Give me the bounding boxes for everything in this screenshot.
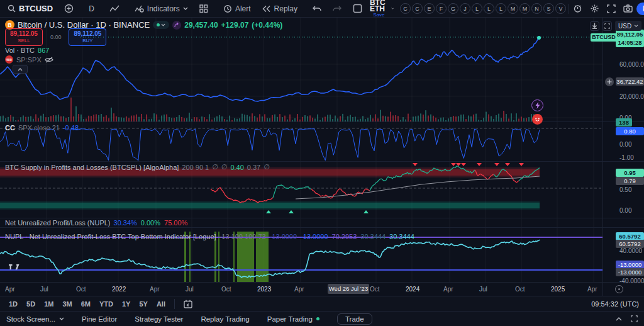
spx-legend[interactable]: 500 SP:SPX <box>5 55 53 64</box>
price-axis[interactable]: BTCUSD 89,112.05 14:05:28 36,722.42 60,0… <box>602 18 644 282</box>
jump-to-bar-button[interactable] <box>590 21 599 31</box>
interval-1y[interactable]: 1Y <box>118 299 134 309</box>
symbol-search-button[interactable]: BTCUSD <box>4 2 57 15</box>
interval-1d[interactable]: 1D <box>5 299 21 309</box>
axis-tick: 0.00 <box>619 141 631 148</box>
tab-trade[interactable]: Trade <box>337 313 372 325</box>
sell-price: 89,112.05 <box>10 30 38 37</box>
watchlist-tab-m[interactable]: M <box>508 3 518 14</box>
chart-canvas[interactable] <box>0 18 602 282</box>
interval-button[interactable]: D <box>85 3 98 15</box>
interval-6m[interactable]: 6M <box>77 299 94 309</box>
templates-button[interactable] <box>196 3 212 15</box>
crosshair-plus-icon[interactable] <box>605 77 614 86</box>
watchlist-tab-e[interactable]: E <box>424 3 435 14</box>
tab-strategy-tester[interactable]: Strategy Tester <box>135 315 183 323</box>
expand-pane-button[interactable] <box>602 21 612 31</box>
interval-ytd[interactable]: YTD <box>96 299 117 309</box>
axis-tick: 20,000.00 <box>619 93 644 100</box>
watchlist-tab-j[interactable]: J <box>460 3 470 14</box>
community-badge-icon[interactable] <box>532 114 543 125</box>
quick-share-button[interactable] <box>172 21 181 30</box>
top-toolbar: BTCUSD D Indicators Alert Replay <box>0 0 644 18</box>
interval-3m[interactable]: 3M <box>58 299 75 309</box>
watchlist-tab-v[interactable]: V <box>555 3 566 14</box>
currency-select[interactable]: USD <box>615 21 641 31</box>
watchlist-tab-l[interactable]: L <box>496 3 506 14</box>
alert-button[interactable]: Alert <box>219 3 255 15</box>
axis-value-tag: 138 <box>616 118 632 126</box>
time-axis[interactable]: AprJulOct2022AprJulOct2023AprOct2024AprJ… <box>0 282 644 296</box>
watchlist-toggle-button[interactable] <box>349 2 366 15</box>
interval-all[interactable]: All <box>153 299 169 309</box>
clock-icon <box>573 4 582 13</box>
volume-legend[interactable]: Vol · BTC 867 <box>5 47 49 54</box>
auto-scale-button[interactable] <box>615 285 623 293</box>
tradingview-logo[interactable] <box>9 264 25 274</box>
pane-divider[interactable] <box>0 121 644 122</box>
watchlist-tab-s[interactable]: S <box>543 3 554 14</box>
screenshot-button[interactable] <box>619 3 636 14</box>
publish-button[interactable]: Pu <box>636 3 644 15</box>
interval-1m[interactable]: 1M <box>40 299 57 309</box>
watchlist-tab-f[interactable]: F <box>436 3 447 14</box>
buy-button[interactable]: 89,112.05 BUY <box>69 28 106 46</box>
sell-button[interactable]: 89,112.05 SELL <box>5 28 43 46</box>
tab-stock-screen-[interactable]: Stock Screen... <box>6 315 64 323</box>
header-value: ∅ <box>212 163 218 171</box>
volume-label: Vol · BTC <box>5 47 35 54</box>
cc-value: -0.48 <box>63 124 79 132</box>
time-label: 2024 <box>406 286 419 293</box>
camera-icon <box>623 4 633 13</box>
watchlist-tab-c[interactable]: C <box>412 3 423 14</box>
scale-controls: USD <box>590 21 641 31</box>
header-value: -13 100 100 73 <box>219 233 266 240</box>
watchlist-tab-l[interactable]: L <box>484 3 494 14</box>
pane-divider[interactable] <box>0 227 644 228</box>
time-label: Jul <box>479 286 487 293</box>
watchlist-tab-l[interactable]: L <box>472 3 482 14</box>
indicators-button[interactable]: Indicators <box>131 3 192 15</box>
redo-button[interactable] <box>329 3 345 14</box>
server-clock[interactable]: 09:54:32 (UTC) <box>591 300 639 308</box>
pane-divider[interactable] <box>0 218 644 218</box>
watchlist-tab-n[interactable]: N <box>531 3 542 14</box>
header-value: 0.40 <box>230 164 243 171</box>
undo-button[interactable] <box>309 3 325 14</box>
watchlist-tab-m[interactable]: M <box>519 3 530 14</box>
panel-maximize-icon[interactable] <box>631 315 638 322</box>
layout-select-button[interactable]: BTC ETH Save <box>366 0 397 20</box>
compare-button[interactable] <box>60 2 77 15</box>
time-label: Oct <box>370 286 380 293</box>
replay-button[interactable]: Replay <box>258 3 301 15</box>
watchlist-tab-g[interactable]: G <box>448 3 458 14</box>
axis-tick: 60,000.00 <box>619 61 644 68</box>
chart-style-button[interactable] <box>106 3 123 14</box>
pane-divider[interactable] <box>0 161 644 162</box>
go-to-date-button[interactable] <box>180 298 196 310</box>
tab-replay-trading[interactable]: Replay Trading <box>201 315 249 323</box>
currency-label: USD <box>618 23 631 30</box>
tab-pine-editor[interactable]: Pine Editor <box>82 315 117 323</box>
time-label: Oct <box>515 286 525 293</box>
spread-value: 0.00 <box>50 34 62 40</box>
divider <box>174 299 175 309</box>
eye-off-icon[interactable] <box>45 57 53 63</box>
alerts-log-button[interactable] <box>569 2 586 15</box>
market-status-pill[interactable] <box>153 21 169 29</box>
tab-paper-trading[interactable]: Paper Trading <box>267 315 319 323</box>
panel-chevron-up-icon[interactable] <box>616 317 622 321</box>
fullscreen-button[interactable] <box>603 3 619 15</box>
streams-button[interactable] <box>531 99 543 111</box>
collapse-pane-button[interactable] <box>13 65 28 74</box>
logue-pane-header[interactable]: NUPL · Net Unrealized Profit-Loss BTC To… <box>5 233 414 240</box>
topbar-right: BTC ETH Save CCEFGJLLLMMNSV Pu <box>349 0 644 20</box>
cc-pane-header[interactable]: CC SPX close 21 -0.48 <box>5 124 79 132</box>
interval-5d[interactable]: 5D <box>23 299 39 309</box>
nupl-pane-header[interactable]: Net Unrealized Profit/Loss (NUPL) 30.34%… <box>5 219 187 227</box>
btcspl-pane-header[interactable]: BTC Supply in Profits and Losses (BTCSPL… <box>5 163 270 171</box>
settings-button[interactable] <box>586 2 603 15</box>
btcspl-values: 200 90 1∅∅0.400.37∅ <box>182 163 269 171</box>
watchlist-tab-c[interactable]: C <box>400 3 411 14</box>
interval-5y[interactable]: 5Y <box>135 299 151 309</box>
